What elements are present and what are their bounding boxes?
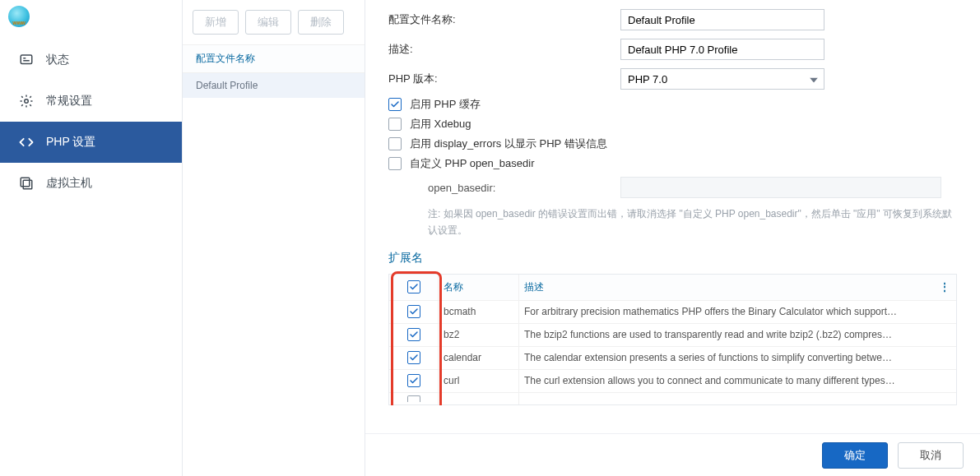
ext-name: bcmath: [439, 301, 519, 323]
sidebar: 状态 常规设置 PHP 设置 虚拟主机: [0, 0, 183, 476]
ext-checkbox[interactable]: [407, 351, 420, 364]
status-icon: [18, 52, 35, 68]
ext-header-row: 名称 描述 ⋮: [389, 275, 956, 301]
profile-list-header[interactable]: 配置文件名称: [183, 44, 365, 73]
delete-button[interactable]: 删除: [298, 10, 344, 35]
sidebar-item-vhost[interactable]: 虚拟主机: [0, 163, 182, 204]
table-row[interactable]: bcmath For arbitrary precision mathemati…: [389, 301, 956, 324]
ok-button[interactable]: 确定: [822, 442, 888, 469]
svg-rect-4: [21, 178, 30, 187]
open-basedir-label: open_basedir:: [428, 182, 620, 194]
profile-name-input[interactable]: [620, 9, 824, 30]
sidebar-item-label: 常规设置: [46, 94, 92, 109]
ext-desc: For arbitrary precision mathematics PHP …: [519, 301, 956, 323]
more-icon[interactable]: ⋮: [940, 281, 950, 293]
footer: 确定 取消: [365, 433, 980, 476]
enable-cache-checkbox[interactable]: [388, 98, 402, 111]
table-row[interactable]: calendar The calendar extension presents…: [389, 347, 956, 370]
ext-name: [439, 393, 519, 404]
cancel-button[interactable]: 取消: [898, 442, 964, 469]
custom-open-basedir-label: 自定义 PHP open_basedir: [410, 156, 535, 171]
table-row[interactable]: bz2 The bzip2 functions are used to tran…: [389, 324, 956, 347]
sidebar-item-label: 状态: [46, 53, 69, 67]
enable-cache-label: 启用 PHP 缓存: [410, 97, 481, 112]
main: 配置文件名称: 描述: PHP 版本: 启用: [365, 0, 980, 476]
ext-desc: The calendar extension presents a series…: [519, 347, 956, 369]
table-row[interactable]: [389, 393, 956, 404]
extensions-title: 扩展名: [388, 251, 957, 266]
enable-display-errors-label: 启用 display_errors 以显示 PHP 错误信息: [410, 136, 607, 151]
enable-xdebug-checkbox[interactable]: [388, 118, 402, 131]
logo-bar: [0, 0, 182, 33]
custom-open-basedir-checkbox[interactable]: [388, 157, 402, 170]
ext-select-all-checkbox[interactable]: [407, 280, 420, 293]
vhost-icon: [18, 175, 35, 192]
sidebar-item-label: 虚拟主机: [46, 176, 92, 191]
sidebar-item-label: PHP 设置: [46, 135, 95, 150]
app-logo-icon: [8, 6, 30, 27]
ext-desc: The curl extension allows you to connect…: [519, 370, 956, 392]
enable-display-errors-checkbox[interactable]: [388, 137, 402, 150]
ext-name: bz2: [439, 324, 519, 346]
code-icon: [18, 134, 35, 150]
ext-desc: [519, 393, 956, 404]
php-version-value[interactable]: [620, 68, 824, 90]
enable-xdebug-label: 启用 Xdebug: [410, 117, 471, 132]
profile-desc-label: 描述:: [388, 42, 620, 57]
table-row[interactable]: curl The curl extension allows you to co…: [389, 370, 956, 393]
svg-point-3: [25, 99, 29, 104]
profile-desc-input[interactable]: [620, 39, 824, 60]
sidebar-item-status[interactable]: 状态: [0, 39, 182, 81]
ext-checkbox[interactable]: [407, 305, 420, 318]
sidebar-item-php[interactable]: PHP 设置: [0, 122, 182, 163]
php-version-select[interactable]: [620, 68, 824, 90]
svg-rect-2: [23, 60, 30, 62]
profile-row-default[interactable]: Default Profile: [183, 73, 365, 98]
ext-col-desc[interactable]: 描述: [519, 275, 956, 300]
ext-checkbox[interactable]: [407, 374, 420, 387]
profile-name-label: 配置文件名称:: [388, 12, 620, 27]
toolbar: 新增 编辑 删除: [183, 0, 365, 44]
open-basedir-input: [620, 177, 941, 198]
ext-checkbox[interactable]: [407, 328, 420, 341]
profile-pane: 新增 编辑 删除 配置文件名称 Default Profile: [183, 0, 365, 476]
ext-name: curl: [439, 370, 519, 392]
ext-col-name[interactable]: 名称: [439, 275, 519, 300]
ext-checkbox[interactable]: [407, 395, 420, 402]
svg-rect-0: [21, 55, 32, 64]
open-basedir-hint: 注: 如果因 open_basedir 的错误设置而出错，请取消选择 "自定义 …: [428, 206, 954, 239]
sidebar-item-general[interactable]: 常规设置: [0, 81, 182, 122]
svg-rect-1: [23, 58, 26, 59]
ext-name: calendar: [439, 347, 519, 369]
gear-icon: [18, 93, 35, 109]
php-version-label: PHP 版本:: [388, 72, 620, 86]
ext-desc: The bzip2 functions are used to transpar…: [519, 324, 956, 346]
extensions-table: 名称 描述 ⋮ bcmath For arbitrary precision m…: [388, 274, 957, 405]
nav: 状态 常规设置 PHP 设置 虚拟主机: [0, 33, 182, 204]
add-button[interactable]: 新增: [193, 10, 239, 35]
svg-rect-5: [23, 180, 32, 189]
form-area: 配置文件名称: 描述: PHP 版本: 启用: [365, 0, 980, 405]
edit-button[interactable]: 编辑: [245, 10, 291, 35]
